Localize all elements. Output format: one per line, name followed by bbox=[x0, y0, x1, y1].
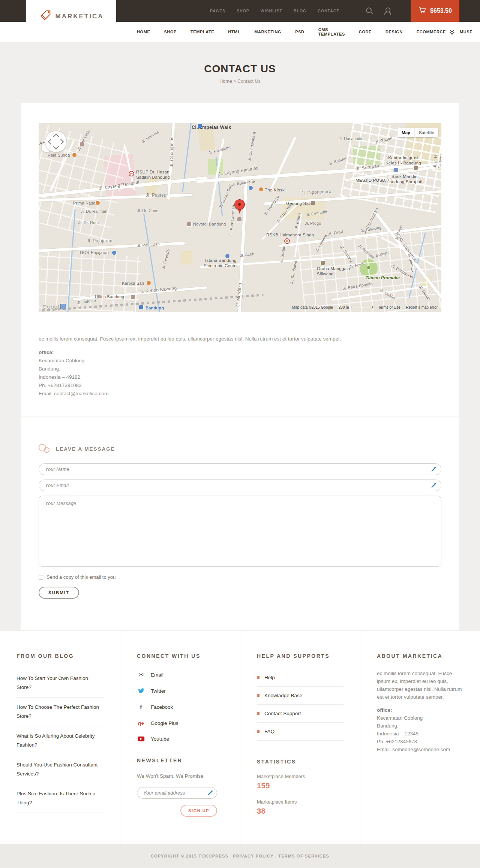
top-nav-link[interactable]: BLOG bbox=[294, 9, 306, 13]
email-icon: ✉ bbox=[137, 672, 145, 678]
chevron-down-icon[interactable] bbox=[449, 28, 454, 34]
contact-intro: ec mollis lorem consequat. Fusce ipsum e… bbox=[39, 335, 441, 343]
social-link[interactable]: g+ Google Plus bbox=[137, 720, 224, 726]
map-poi-icon bbox=[139, 305, 143, 309]
main-nav-link[interactable]: PSD bbox=[295, 30, 304, 34]
signup-button[interactable]: SIGN UP bbox=[180, 805, 217, 817]
map-data-credit: Map data ©2015 Google bbox=[292, 305, 333, 309]
user-account-icon[interactable] bbox=[384, 7, 391, 15]
pen-icon bbox=[431, 466, 436, 474]
map-label: MESJID PUSDAI bbox=[356, 178, 390, 183]
terms-of-use-link[interactable]: Terms of Use bbox=[378, 305, 400, 309]
help-link[interactable]: Help bbox=[257, 669, 344, 687]
main-nav-link[interactable]: CODE bbox=[359, 30, 372, 34]
office-line: Ph. +6212345678 bbox=[377, 738, 464, 745]
google-map[interactable]: Cihampelas WalkJl. HasanudinRaja SundaAs… bbox=[39, 123, 441, 312]
social-label: Email bbox=[151, 672, 164, 678]
email-input[interactable] bbox=[39, 480, 441, 491]
cart-button[interactable]: $653.50 bbox=[411, 0, 459, 22]
blog-post-link[interactable]: How To Start Your Own Fashion Store? bbox=[16, 671, 104, 698]
stat-value: 159 bbox=[257, 781, 344, 790]
pan-down-icon[interactable] bbox=[53, 144, 59, 150]
breadcrumb-home-link[interactable]: Home bbox=[219, 79, 232, 84]
help-label: Contact Support bbox=[264, 711, 301, 716]
main-nav-link[interactable]: HTML bbox=[228, 30, 240, 34]
name-field-wrap bbox=[39, 463, 441, 475]
map-label: Jl. Hasanudin bbox=[339, 136, 363, 141]
cart-total: $653.50 bbox=[430, 7, 452, 14]
help-link[interactable]: Contact Support bbox=[257, 705, 344, 723]
map-button[interactable]: Map bbox=[398, 128, 414, 137]
main-nav-link[interactable]: ECOMMERCE bbox=[417, 30, 446, 34]
top-nav-link[interactable]: CONTACT bbox=[318, 9, 339, 13]
blog-post-link[interactable]: How To Choose The Perfect Fashion Store? bbox=[16, 698, 104, 726]
blog-post-link[interactable]: Should You Use Fashion Consultant Servic… bbox=[16, 755, 104, 784]
social-link[interactable]: f Facebook bbox=[137, 704, 224, 710]
help-link[interactable]: Knowladge Base bbox=[257, 687, 344, 705]
map-marker-pin[interactable] bbox=[234, 199, 245, 216]
map-poi-icon bbox=[414, 166, 418, 170]
map-poi-icon bbox=[131, 295, 135, 299]
name-input[interactable] bbox=[39, 463, 441, 475]
map-label: Jl. Progo bbox=[305, 221, 321, 226]
office-line: Ph. +62817391083 bbox=[39, 381, 441, 390]
main-nav-link[interactable]: SHOP bbox=[164, 30, 177, 34]
pan-left-icon[interactable] bbox=[48, 139, 54, 145]
map-label: Jl. Layang Pasupati bbox=[218, 165, 259, 177]
help-link[interactable]: FAQ bbox=[257, 723, 344, 741]
footer-help-column: HELP AND SUPPORTS Help Knowladge Base Co… bbox=[240, 631, 360, 844]
satellite-button[interactable]: Satellite bbox=[414, 128, 438, 137]
social-link[interactable]: ✉ Email bbox=[137, 672, 224, 678]
map-label: Raja Sunda bbox=[48, 153, 70, 158]
statistics-heading: STATISTICS bbox=[257, 759, 344, 765]
map-label: Jl. Pajajaran bbox=[87, 238, 112, 244]
map-label: The Kiosk bbox=[265, 187, 285, 193]
social-link[interactable]: Twitter bbox=[137, 688, 224, 694]
top-nav-link[interactable]: PAGES bbox=[210, 9, 225, 13]
newsletter-email-input[interactable] bbox=[137, 787, 217, 799]
map-label: RSKB Halmahera Siaga bbox=[266, 232, 314, 238]
social-link[interactable]: Youtube bbox=[137, 736, 224, 742]
social-label: Facebook bbox=[151, 704, 173, 710]
help-label: Knowladge Base bbox=[264, 693, 302, 698]
map-pan-control[interactable] bbox=[45, 131, 66, 152]
main-nav-link[interactable]: DESIGN bbox=[386, 30, 403, 34]
map-label: Jl. Sumbawa bbox=[289, 260, 298, 284]
main-nav-link[interactable]: CMS TEMPLATES bbox=[318, 27, 345, 36]
map-scale: 200 m bbox=[339, 305, 373, 309]
help-label: FAQ bbox=[264, 729, 274, 734]
pan-up-icon[interactable] bbox=[53, 134, 59, 140]
report-map-error-link[interactable]: Report a map error bbox=[406, 305, 438, 309]
map-label: Jl. Pasteur bbox=[146, 193, 168, 198]
newsletter-heading: NEWSLETTER bbox=[137, 757, 224, 763]
logo[interactable]: MARKETICA bbox=[26, 0, 116, 33]
send-copy-checkbox[interactable] bbox=[39, 575, 43, 580]
map-poi-icon bbox=[147, 281, 151, 285]
google-watermark: Google bbox=[42, 303, 63, 310]
search-icon[interactable] bbox=[366, 7, 373, 15]
map-poi-icon: H bbox=[129, 171, 134, 176]
main-nav-link[interactable]: HOME bbox=[137, 30, 150, 34]
top-nav-link[interactable]: WISHLIST bbox=[261, 9, 282, 13]
main-nav-link[interactable]: MARKETING bbox=[254, 30, 281, 34]
message-textarea[interactable] bbox=[39, 496, 441, 567]
map-poi-icon bbox=[321, 261, 325, 265]
pen-icon bbox=[431, 483, 436, 490]
map-poi-icon bbox=[80, 142, 84, 146]
main-nav-link[interactable]: MUSE bbox=[460, 30, 472, 34]
footer-legal-links[interactable]: PRIVACY POLICY . TERMS OF SERVICES bbox=[233, 854, 329, 858]
map-attribution: Map data ©2015 Google 200 m Terms of Use… bbox=[292, 305, 438, 309]
water-shape bbox=[143, 213, 160, 312]
pan-right-icon[interactable] bbox=[58, 139, 64, 145]
pegman-control-icon[interactable] bbox=[60, 304, 66, 309]
top-nav-link[interactable]: SHOP bbox=[237, 9, 249, 13]
stat-label: Marketplace Items bbox=[257, 799, 344, 805]
area-shape bbox=[146, 178, 158, 194]
blog-post-link[interactable]: Plus Size Fashion: Is There Such a Thing… bbox=[16, 784, 104, 813]
stat-label: Marketplace Members bbox=[257, 774, 344, 779]
breadcrumb-separator: > bbox=[233, 79, 236, 84]
submit-button[interactable]: SUBMIT bbox=[39, 587, 79, 599]
map-poi-icon bbox=[72, 153, 76, 157]
blog-post-link[interactable]: What is So Alluring About Celebrity Fash… bbox=[16, 726, 104, 755]
main-nav-link[interactable]: TEMPLATE bbox=[190, 30, 214, 34]
